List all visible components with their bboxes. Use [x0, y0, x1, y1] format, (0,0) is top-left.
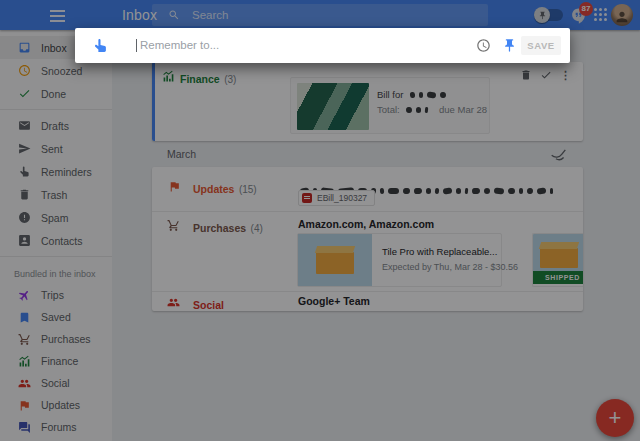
modal-overlay[interactable] — [0, 0, 640, 441]
save-button[interactable]: SAVE — [521, 36, 561, 55]
text-caret — [136, 39, 137, 52]
reminder-dialog: Remember to... SAVE — [75, 28, 570, 63]
snooze-clock-icon[interactable] — [476, 38, 491, 53]
reminder-hand-icon — [92, 37, 109, 54]
reminder-input[interactable]: Remember to... — [140, 39, 460, 51]
pin-icon[interactable] — [502, 38, 517, 53]
